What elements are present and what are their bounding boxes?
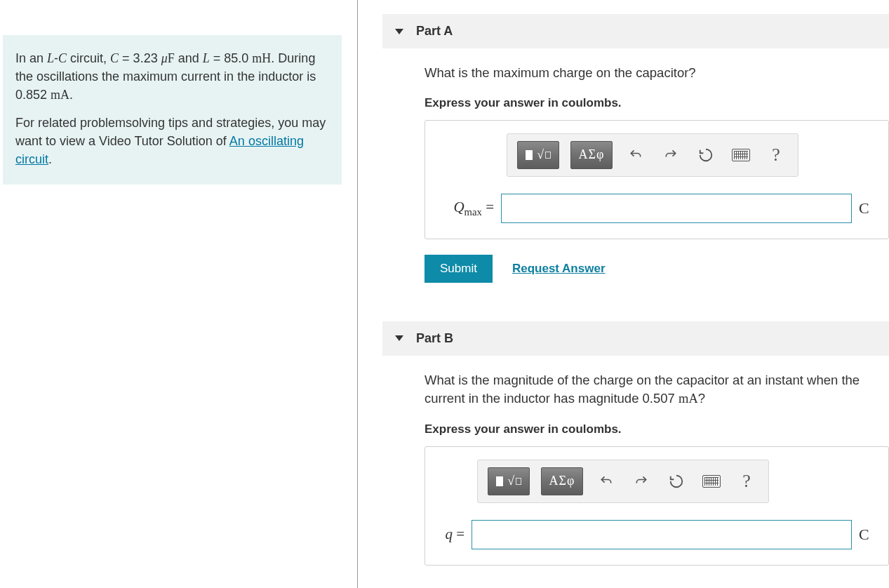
part-a-instruction: Express your answer in coulombs. (425, 96, 889, 110)
part-b-answer-box: √ ΑΣφ ? q = C (425, 446, 889, 566)
part-a-unit: C (859, 199, 877, 218)
undo-button[interactable] (594, 469, 618, 493)
part-a-body: What is the maximum charge on the capaci… (382, 64, 889, 283)
keyboard-button[interactable] (700, 469, 723, 493)
submit-button-a[interactable]: Submit (425, 255, 493, 283)
part-a-answer-box: √ ΑΣφ ? Qmax = C (425, 120, 889, 239)
part-b-body: What is the magnitude of the charge on t… (382, 371, 889, 566)
problem-tips: For related problemsolving tips and stra… (15, 114, 329, 168)
part-b-answer-input[interactable] (472, 520, 852, 549)
keyboard-button[interactable] (729, 143, 753, 167)
part-a-question: What is the maximum charge on the capaci… (425, 64, 889, 82)
part-a-actions: Submit Request Answer (425, 255, 889, 283)
greek-tab[interactable]: ΑΣφ (541, 467, 583, 495)
undo-button[interactable] (624, 143, 648, 167)
part-a-header[interactable]: Part A (382, 14, 889, 48)
equation-toolbar-b: √ ΑΣφ ? (477, 460, 769, 503)
part-b-header[interactable]: Part B (382, 321, 889, 356)
help-button[interactable]: ? (735, 469, 758, 493)
part-b-instruction: Express your answer in coulombs. (425, 422, 889, 436)
part-a-variable-label: Qmax = (436, 199, 494, 218)
request-answer-link-a[interactable]: Request Answer (512, 262, 606, 276)
redo-button[interactable] (629, 469, 653, 493)
keyboard-icon (732, 149, 750, 161)
part-b-unit: C (859, 526, 877, 544)
part-b-question: What is the magnitude of the charge on t… (425, 371, 889, 408)
template-tab[interactable]: √ (488, 467, 530, 495)
part-a-title: Part A (416, 24, 453, 39)
caret-down-icon (395, 29, 403, 34)
template-tab[interactable]: √ (517, 141, 559, 169)
part-a-answer-row: Qmax = C (436, 194, 877, 223)
reset-button[interactable] (694, 143, 718, 167)
problem-panel: In an L-C circuit, C = 3.23 μF and L = 8… (0, 0, 358, 588)
tips-suffix-text: . (48, 152, 52, 166)
greek-tab[interactable]: ΑΣφ (570, 141, 613, 169)
part-a-answer-input[interactable] (501, 194, 852, 223)
part-b-title: Part B (416, 331, 453, 346)
help-button[interactable]: ? (764, 143, 788, 167)
part-b-variable-label: q = (436, 526, 464, 543)
problem-statement: In an L-C circuit, C = 3.23 μF and L = 8… (15, 49, 329, 104)
problem-info-box: In an L-C circuit, C = 3.23 μF and L = 8… (3, 35, 342, 185)
equation-toolbar-a: √ ΑΣφ ? (507, 133, 798, 177)
reset-button[interactable] (664, 469, 688, 493)
part-b-answer-row: q = C (436, 520, 877, 549)
keyboard-icon (702, 475, 721, 488)
answer-panel: Part A What is the maximum charge on the… (358, 0, 889, 588)
caret-down-icon (395, 335, 403, 341)
redo-button[interactable] (659, 143, 683, 167)
